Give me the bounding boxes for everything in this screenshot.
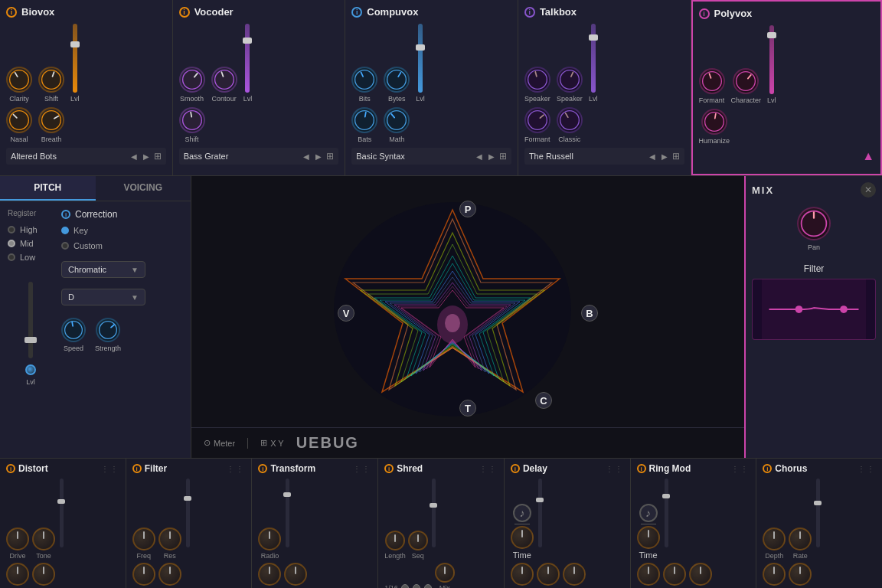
tab-pitch[interactable]: PITCH: [0, 176, 96, 201]
compuvox-fader-thumb[interactable]: [416, 44, 425, 51]
voc-shift-knob[interactable]: [179, 107, 205, 133]
chorus-info-icon[interactable]: i: [763, 464, 772, 473]
biovox-fader-thumb[interactable]: [70, 41, 80, 47]
speed-knob[interactable]: [61, 318, 86, 342]
breath-knob[interactable]: [38, 107, 64, 133]
polyvox-fader-thumb[interactable]: [767, 32, 776, 38]
distort-fader-thumb[interactable]: [57, 499, 65, 504]
chorus-rate-knob[interactable]: [789, 528, 812, 550]
tone-knob[interactable]: [32, 528, 55, 550]
biovox-prev-arrow[interactable]: ◀: [129, 152, 139, 161]
bits-knob[interactable]: [351, 67, 377, 93]
strength-knob[interactable]: [96, 318, 120, 342]
compuvox-prev-arrow[interactable]: ◀: [475, 152, 484, 161]
tab-voicing[interactable]: VOICING: [96, 176, 191, 201]
talkbox-info-icon[interactable]: i: [524, 7, 535, 18]
shred-a-dot[interactable]: [401, 584, 409, 588]
talkbox-sliders-icon[interactable]: ⊞: [672, 151, 680, 162]
key-radio[interactable]: Key: [61, 226, 183, 235]
register-mid[interactable]: Mid: [8, 239, 54, 248]
compuvox-fader-track[interactable]: [418, 24, 423, 93]
delay-time-knob[interactable]: [511, 526, 534, 549]
filter-effect-fader[interactable]: [186, 479, 190, 547]
delay-width-knob[interactable]: [537, 563, 560, 586]
vocoder-fader-track[interactable]: [245, 24, 250, 93]
compuvox-sliders-icon[interactable]: ⊞: [499, 151, 507, 162]
filter-display[interactable]: [752, 279, 876, 340]
register-high[interactable]: High: [8, 225, 54, 234]
talkbox-fader-thumb[interactable]: [589, 34, 598, 41]
math-knob[interactable]: [384, 107, 410, 133]
correction-info-icon[interactable]: i: [61, 210, 70, 219]
biovox-info-icon[interactable]: i: [6, 7, 17, 18]
character-knob[interactable]: [733, 68, 759, 94]
shred-c-dot[interactable]: [424, 584, 432, 588]
delay-fader[interactable]: [538, 479, 542, 547]
dist-mix-knob[interactable]: [32, 563, 55, 586]
vocoder-info-icon[interactable]: i: [179, 7, 190, 18]
polyvox-info-icon[interactable]: i: [699, 8, 710, 19]
xy-btn[interactable]: ⊞ X Y: [260, 438, 284, 448]
nasal-knob[interactable]: [6, 107, 32, 133]
transform-fader-thumb[interactable]: [283, 492, 291, 497]
shred-mix-knob[interactable]: [435, 563, 455, 583]
ringmod-time-knob[interactable]: [637, 526, 660, 549]
res-knob[interactable]: [158, 528, 181, 550]
lvl-fader-track[interactable]: [28, 282, 33, 358]
delay-mix-knob[interactable]: [563, 563, 586, 586]
lvl-fader-thumb[interactable]: [24, 337, 37, 343]
talkbox-speaker1-knob[interactable]: [524, 67, 550, 93]
register-low[interactable]: Low: [8, 253, 54, 262]
shift-knob[interactable]: [38, 67, 64, 93]
smooth-knob[interactable]: [179, 67, 205, 93]
meter-btn[interactable]: ⊙ Meter: [204, 438, 235, 448]
vocoder-fader-thumb[interactable]: [243, 38, 252, 44]
shred-fader[interactable]: [432, 479, 436, 547]
compuvox-info-icon[interactable]: i: [351, 7, 362, 18]
depth-knob[interactable]: [663, 563, 686, 586]
fdback-knob[interactable]: [511, 563, 534, 586]
poly-formant-knob[interactable]: [699, 68, 725, 94]
radio-knob[interactable]: [258, 528, 281, 550]
filter-mix-knob[interactable]: [158, 563, 181, 586]
ringmod-fader[interactable]: [665, 479, 668, 547]
talkbox-next-arrow[interactable]: ▶: [660, 152, 669, 161]
polyvox-fader-track[interactable]: [769, 25, 774, 94]
chorus-depth-knob[interactable]: [763, 528, 786, 550]
shred-info-icon[interactable]: i: [384, 464, 394, 473]
mix-close-btn[interactable]: ✕: [861, 182, 876, 198]
vocoder-sliders-icon[interactable]: ⊞: [326, 151, 334, 162]
transform-mix-knob[interactable]: [284, 563, 307, 586]
delay-fader-thumb[interactable]: [536, 498, 544, 502]
bytes-knob[interactable]: [384, 67, 410, 93]
formant-knob[interactable]: [524, 107, 550, 133]
chorus-fader-thumb[interactable]: [814, 501, 822, 505]
filter-effect-fader-thumb[interactable]: [184, 496, 191, 501]
ringmod-mix-knob[interactable]: [689, 563, 712, 586]
custom-radio[interactable]: Custom: [61, 241, 183, 250]
chorus-mix-knob[interactable]: [789, 563, 812, 586]
chorus-fader[interactable]: [816, 479, 820, 547]
drive-knob[interactable]: [6, 528, 29, 550]
vocoder-prev-arrow[interactable]: ◀: [302, 152, 311, 161]
talkbox-speaker2-knob[interactable]: [557, 67, 583, 93]
lvl-knob[interactable]: [25, 364, 36, 375]
analog-knob[interactable]: [6, 563, 29, 586]
humanize-knob[interactable]: [701, 109, 727, 135]
chromatic-dropdown[interactable]: Chromatic ▼: [61, 261, 145, 278]
biovox-next-arrow[interactable]: ▶: [142, 152, 151, 161]
classic-knob[interactable]: [557, 107, 583, 133]
contour-knob[interactable]: [211, 67, 237, 93]
delay-note-icon[interactable]: ♪: [513, 504, 531, 522]
bats-knob[interactable]: [351, 107, 377, 133]
ringmod-info-icon[interactable]: i: [637, 464, 646, 473]
clarity-knob[interactable]: [6, 67, 32, 93]
lfo-knob[interactable]: [637, 563, 660, 586]
talkbox-fader-track[interactable]: [591, 24, 596, 93]
transform-fader[interactable]: [286, 479, 289, 547]
seq-knob[interactable]: [408, 531, 428, 550]
key-dropdown[interactable]: D ▼: [61, 289, 145, 305]
distort-fader[interactable]: [60, 479, 64, 547]
width-knob[interactable]: [258, 563, 281, 586]
delay-info-icon[interactable]: i: [511, 464, 520, 473]
